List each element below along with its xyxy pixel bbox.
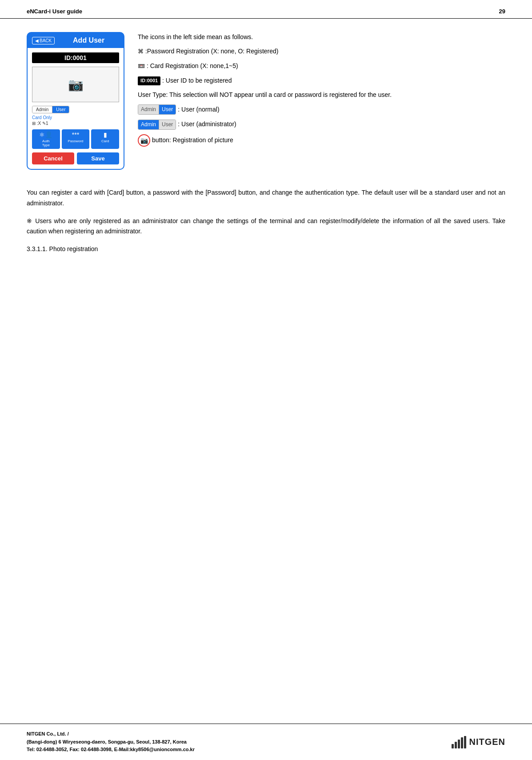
admin-user-part: User <box>159 120 176 129</box>
section-heading: 3.3.1.1. Photo registration <box>27 244 505 255</box>
page-header: eNCard-i User guide 29 <box>0 0 532 19</box>
id-desc-text: : User ID to be registered <box>162 77 232 84</box>
id-badge-inline: ID:0001 <box>138 76 160 85</box>
camera-badge-icon: 📷 <box>138 134 150 147</box>
card-desc-text: : Card Registration (X: none,1~5) <box>147 62 238 69</box>
device-mockup: ◀ BACK Add User ID:0001 📷 Admin User <box>27 32 124 170</box>
user-type-intro: User Type: This selection will NOT appea… <box>138 90 505 100</box>
nitgen-bars-icon <box>452 736 466 748</box>
password-desc-line: ⌘ :Password Registration (X: none, O: Re… <box>138 46 505 56</box>
main-content: ◀ BACK Add User ID:0001 📷 Admin User <box>0 19 532 281</box>
two-column-layout: ◀ BACK Add User ID:0001 📷 Admin User <box>27 32 505 170</box>
photo-area[interactable]: 📷 <box>32 67 119 102</box>
toggle-user[interactable]: User <box>52 106 69 113</box>
password-button[interactable]: *** Password <box>62 129 90 149</box>
auth-type-icon: ⚛👤 <box>39 131 52 138</box>
bar-4 <box>461 737 463 748</box>
footer-contact: Tel: 02-6488-3052, Fax: 02-6488-3098, E-… <box>27 746 195 754</box>
auth-type-button[interactable]: ⚛👤 AuthType <box>32 129 60 149</box>
nitgen-text: NITGEN <box>469 737 505 747</box>
page-footer: NITGEN Co., Ltd. / (Bangi-dong) 6 Wiryes… <box>0 724 532 760</box>
auth-type-label: AuthType <box>42 139 50 147</box>
camera-desc-line: 📷 button: Registration of picture <box>138 134 505 147</box>
password-grid-icon: ⌘ <box>138 47 144 56</box>
device-id-box: ID:0001 <box>32 52 119 63</box>
footer-text: NITGEN Co., Ltd. / (Bangi-dong) 6 Wiryes… <box>27 730 195 754</box>
id-desc-line: ID:0001 : User ID to be registered <box>138 76 505 85</box>
user-admin-line: Admin User : User (administrator) <box>138 119 505 130</box>
device-title: Add User <box>58 36 119 44</box>
body-paragraph-2: ※ Users who are only registered as an ad… <box>27 216 505 237</box>
user-normal-toggle: Admin User <box>138 104 176 115</box>
cancel-button[interactable]: Cancel <box>32 152 74 164</box>
password-desc-text: :Password Registration (X: none, O: Regi… <box>145 48 279 55</box>
bar-3 <box>458 740 460 748</box>
nitgen-logo: NITGEN <box>452 736 505 748</box>
device-body: ID:0001 📷 Admin User Card Only ⊞ :X ✎1 ⚛ <box>28 48 124 169</box>
action-buttons: Cancel Save <box>32 152 119 164</box>
user-type-toggle[interactable]: Admin User <box>32 106 69 113</box>
bar-1 <box>452 744 454 748</box>
user-admin-desc: : User (administrator) <box>178 120 236 128</box>
password-label: Password <box>68 139 83 143</box>
body-text: You can register a card with [Card] butt… <box>27 188 505 255</box>
back-arrow-icon: ◀ <box>35 38 39 43</box>
camera-icon: 📷 <box>68 77 84 92</box>
admin-admin-part: Admin <box>138 120 159 129</box>
footer-company: NITGEN Co., Ltd. / <box>27 730 195 738</box>
card-only-label: Card Only <box>32 115 119 120</box>
back-button[interactable]: ◀ BACK <box>32 37 55 44</box>
normal-admin-part: Admin <box>138 105 159 114</box>
bar-2 <box>455 742 457 748</box>
card-button[interactable]: ▮ Card <box>91 129 119 149</box>
bar-5 <box>464 736 466 748</box>
card-desc-line: 📼 : Card Registration (X: none,1~5) <box>138 61 505 71</box>
description-column: The icons in the left side mean as follo… <box>138 32 505 170</box>
user-normal-desc: : User (normal) <box>178 106 219 113</box>
auth-buttons: ⚛👤 AuthType *** Password ▮ Card <box>32 129 119 149</box>
card-reg-icon: 📼 <box>138 62 145 71</box>
icons-row: ⊞ :X ✎1 <box>32 121 119 126</box>
toggle-admin[interactable]: Admin <box>32 106 52 113</box>
card-icon: ▮ <box>104 131 107 138</box>
password-icon: *** <box>72 131 79 138</box>
description-intro: The icons in the left side mean as follo… <box>138 32 505 42</box>
device-header: ◀ BACK Add User <box>28 33 124 48</box>
save-button[interactable]: Save <box>77 152 119 164</box>
user-normal-line: Admin User : User (normal) <box>138 104 505 115</box>
back-label: BACK <box>40 38 52 43</box>
normal-user-part: User <box>159 105 176 114</box>
user-admin-toggle: Admin User <box>138 120 176 130</box>
footer-address: (Bangi-dong) 6 Wiryeseong-daero, Songpa-… <box>27 738 195 746</box>
camera-desc-text: button: Registration of picture <box>152 136 233 144</box>
card-label: Card <box>101 139 109 143</box>
body-paragraph-1: You can register a card with [Card] butt… <box>27 188 505 209</box>
page-number: 29 <box>499 8 505 15</box>
header-title: eNCard-i User guide <box>27 8 82 15</box>
